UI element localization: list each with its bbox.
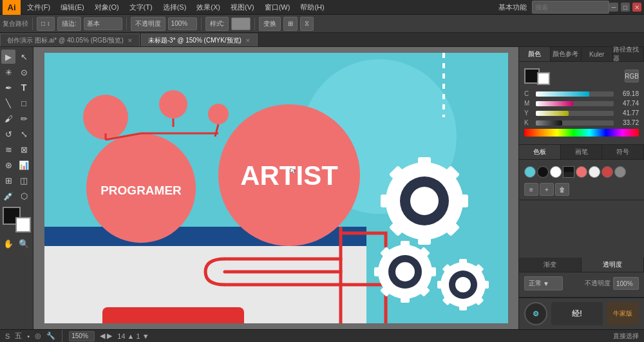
k-slider[interactable] bbox=[536, 120, 614, 126]
main-menu: 文件(F) 编辑(E) 对象(O) 文字(T) 选择(S) 效果(X) 视图(V… bbox=[24, 1, 327, 14]
swatch-7[interactable] bbox=[614, 166, 626, 178]
menu-object[interactable]: 对象(O) bbox=[92, 1, 122, 14]
svg-rect-21 bbox=[418, 157, 431, 169]
spectrum-bar[interactable] bbox=[524, 129, 639, 137]
tab-1[interactable]: 未标题-3* @ 150% (CMYK/预览) ✕ bbox=[141, 33, 258, 46]
lasso-tool[interactable]: ⊙ bbox=[17, 65, 31, 79]
app-logo: Ai bbox=[3, 0, 21, 15]
m-slider[interactable] bbox=[536, 101, 614, 106]
stroke-input[interactable] bbox=[84, 17, 122, 30]
c-slider[interactable] bbox=[536, 91, 614, 97]
svg-rect-45 bbox=[459, 303, 467, 310]
k-slider-row: K 33.72 bbox=[524, 119, 639, 126]
workspace-label[interactable]: 基本功能 bbox=[498, 3, 527, 12]
style-label: 样式: bbox=[210, 19, 225, 28]
swatch-add-btn[interactable]: + bbox=[540, 183, 554, 196]
direct-select-tool[interactable]: ↖ bbox=[17, 50, 31, 64]
style-btn[interactable]: 样式: bbox=[205, 17, 229, 31]
blend-tool[interactable]: ⬡ bbox=[17, 189, 31, 203]
maximize-button[interactable]: □ bbox=[621, 3, 630, 12]
svg-rect-46 bbox=[482, 281, 489, 289]
svg-text:ARTIST: ARTIST bbox=[240, 160, 338, 191]
swatch-del-btn[interactable]: 🗑 bbox=[555, 183, 569, 196]
swatches-icons: ≡ + 🗑 bbox=[524, 183, 639, 196]
column-graph-tool[interactable]: 📊 bbox=[17, 158, 31, 172]
blend-mode-arrow: ▼ bbox=[543, 280, 549, 287]
menu-select[interactable]: 选择(S) bbox=[160, 1, 189, 14]
search-input[interactable] bbox=[532, 1, 609, 14]
magic-wand-tool[interactable]: ✳ bbox=[1, 65, 15, 79]
menu-file[interactable]: 文件(F) bbox=[24, 1, 53, 14]
tab-transparency[interactable]: 透明度 bbox=[582, 258, 644, 272]
swatch-6[interactable] bbox=[601, 166, 613, 178]
tab-swatches[interactable]: 色板 bbox=[519, 145, 561, 159]
stroke-btn[interactable]: 描边: bbox=[57, 17, 81, 31]
paintbrush-tool[interactable]: 🖌 bbox=[1, 111, 15, 126]
free-transform-tool[interactable]: ⊠ bbox=[17, 142, 31, 157]
menu-effect[interactable]: 效果(X) bbox=[194, 1, 223, 14]
select-mode-label: □ ↕ bbox=[41, 20, 50, 27]
minimize-button[interactable]: ─ bbox=[609, 3, 618, 12]
tab-brush[interactable]: 画笔 bbox=[561, 145, 603, 159]
gradient-tool[interactable]: ◫ bbox=[17, 173, 31, 187]
version-box: 牛家版 bbox=[607, 302, 639, 325]
warp-tool[interactable]: ≋ bbox=[1, 142, 15, 157]
align-btn[interactable]: ⊞ bbox=[283, 17, 298, 31]
select-tool[interactable]: ▶ bbox=[1, 50, 15, 64]
menu-view[interactable]: 视图(V) bbox=[228, 1, 257, 14]
swatch-1[interactable] bbox=[537, 166, 549, 178]
right-panel: 颜色 颜色参考 Kuler 路径查找器 RGB C 69.18 bbox=[518, 47, 644, 329]
tab-0[interactable]: 创作演示 图标.ai* @ 40.05% (RGB/预览) ✕ bbox=[0, 33, 140, 46]
distort-btn[interactable]: ⧖ bbox=[300, 17, 314, 31]
rotate-tool[interactable]: ↺ bbox=[1, 127, 15, 141]
tab-symbol[interactable]: 符号 bbox=[602, 145, 644, 159]
pencil-tool[interactable]: ✏ bbox=[17, 111, 31, 126]
tool-pair-11: ✋ 🔍 bbox=[1, 236, 32, 251]
menu-type[interactable]: 文字(T) bbox=[127, 1, 155, 14]
scale-tool[interactable]: ⤡ bbox=[17, 127, 31, 141]
blend-mode-btn[interactable]: 正常 ▼ bbox=[524, 276, 563, 290]
swatch-5[interactable] bbox=[589, 166, 600, 178]
tab-gradient[interactable]: 渐变 bbox=[519, 258, 582, 272]
opacity-btn[interactable]: 不透明度 bbox=[131, 17, 166, 31]
background-color[interactable] bbox=[15, 217, 31, 233]
bg-color-indicator[interactable] bbox=[537, 72, 550, 85]
rgb-mode-btn[interactable]: RGB bbox=[625, 70, 639, 82]
menu-window[interactable]: 窗口(W) bbox=[262, 1, 293, 14]
tab-kuler[interactable]: Kuler bbox=[582, 47, 613, 61]
opacity-value-input[interactable] bbox=[613, 277, 639, 290]
swatch-4[interactable] bbox=[576, 166, 587, 178]
line-tool[interactable]: ╲ bbox=[1, 96, 15, 110]
swatch-menu-btn[interactable]: ≡ bbox=[524, 183, 538, 196]
tab-1-close[interactable]: ✕ bbox=[245, 37, 251, 44]
menu-edit[interactable]: 编辑(E) bbox=[58, 1, 87, 14]
mesh-tool[interactable]: ⊞ bbox=[1, 173, 15, 187]
rect-tool[interactable]: □ bbox=[17, 96, 31, 110]
swatch-3[interactable] bbox=[563, 166, 574, 178]
eyedropper-tool[interactable]: 💉 bbox=[1, 189, 15, 203]
transform-label: 变换 bbox=[263, 19, 276, 28]
swatch-0[interactable] bbox=[524, 166, 536, 178]
tab-color[interactable]: 颜色 bbox=[519, 47, 551, 61]
style-input[interactable] bbox=[231, 17, 251, 30]
transform-btn[interactable]: 变换 bbox=[259, 17, 281, 31]
y-slider[interactable] bbox=[536, 111, 614, 116]
zoom-tool[interactable]: 🔍 bbox=[17, 236, 31, 251]
select-mode-btn[interactable]: □ ↕ bbox=[37, 17, 55, 31]
symbol-tool[interactable]: ⊛ bbox=[1, 158, 15, 172]
avatar[interactable]: ⚙ bbox=[524, 302, 547, 325]
canvas-area[interactable]: ARTIST PROGRAMER bbox=[33, 47, 518, 329]
type-tool[interactable]: T bbox=[17, 81, 31, 95]
opacity-input[interactable] bbox=[168, 17, 197, 30]
tab-color-ref[interactable]: 颜色参考 bbox=[551, 47, 582, 61]
close-button[interactable]: ✕ bbox=[632, 3, 641, 12]
swatch-2[interactable] bbox=[550, 166, 562, 178]
tab-0-close[interactable]: ✕ bbox=[128, 37, 133, 44]
pen-tool[interactable]: ✒ bbox=[1, 81, 15, 95]
status-icon-s: S bbox=[5, 332, 10, 340]
tab-pathfinder[interactable]: 路径查找器 bbox=[613, 47, 645, 61]
zoom-input[interactable] bbox=[69, 331, 95, 341]
tab-0-label: 创作演示 图标.ai* @ 40.05% (RGB/预览) bbox=[7, 36, 124, 45]
menu-help[interactable]: 帮助(H) bbox=[298, 1, 327, 14]
hand-tool[interactable]: ✋ bbox=[1, 236, 15, 251]
